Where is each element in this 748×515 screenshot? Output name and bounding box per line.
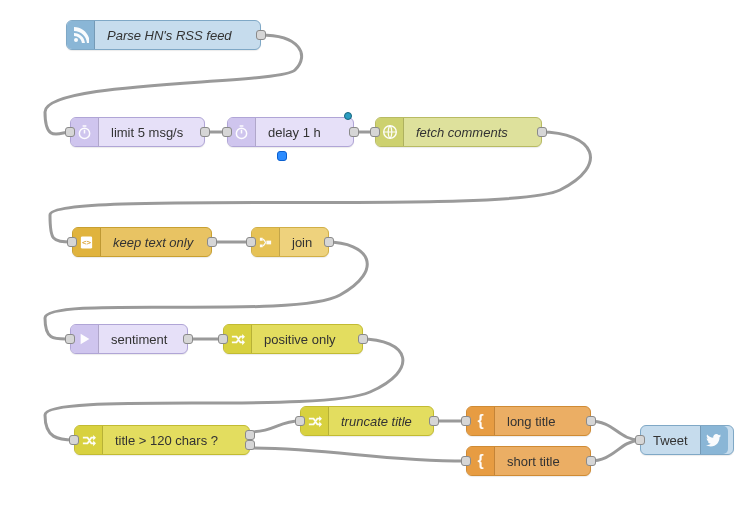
node-keep-text[interactable]: <> keep text only <box>72 227 212 257</box>
node-label: long title <box>495 407 567 435</box>
input-port[interactable] <box>65 334 75 344</box>
globe-icon <box>376 118 404 146</box>
twitter-icon <box>700 426 728 454</box>
output-port[interactable] <box>537 127 547 137</box>
timer-icon <box>71 118 99 146</box>
node-label: positive only <box>252 325 348 353</box>
input-port[interactable] <box>67 237 77 247</box>
output-port[interactable] <box>183 334 193 344</box>
node-label: limit 5 msg/s <box>99 118 195 146</box>
node-truncate-title[interactable]: truncate title <box>300 406 434 436</box>
output-port-2[interactable] <box>245 440 255 450</box>
switch-icon <box>301 407 329 435</box>
template-icon: { <box>467 407 495 435</box>
node-label: delay 1 h <box>256 118 333 146</box>
output-port[interactable] <box>324 237 334 247</box>
node-positive-only[interactable]: positive only <box>223 324 363 354</box>
output-port[interactable] <box>586 416 596 426</box>
input-port[interactable] <box>246 237 256 247</box>
output-port[interactable] <box>207 237 217 247</box>
output-port[interactable] <box>349 127 359 137</box>
output-port[interactable] <box>429 416 439 426</box>
input-port[interactable] <box>295 416 305 426</box>
input-port[interactable] <box>65 127 75 137</box>
node-short-title[interactable]: { short title <box>466 446 591 476</box>
node-label: sentiment <box>99 325 179 353</box>
input-port[interactable] <box>461 416 471 426</box>
output-port[interactable] <box>200 127 210 137</box>
template-icon: { <box>467 447 495 475</box>
input-port[interactable] <box>461 456 471 466</box>
join-icon <box>252 228 280 256</box>
node-limit[interactable]: limit 5 msg/s <box>70 117 205 147</box>
node-join[interactable]: join <box>251 227 329 257</box>
node-label: fetch comments <box>404 118 520 146</box>
node-delay[interactable]: delay 1 h <box>227 117 354 147</box>
output-port[interactable] <box>358 334 368 344</box>
node-label: join <box>280 228 324 256</box>
output-port-1[interactable] <box>245 430 255 440</box>
node-tweet[interactable]: Tweet <box>640 425 734 455</box>
output-port[interactable] <box>256 30 266 40</box>
node-label: title > 120 chars ? <box>103 426 230 454</box>
node-label: truncate title <box>329 407 424 435</box>
input-port[interactable] <box>218 334 228 344</box>
node-sentiment[interactable]: sentiment <box>70 324 188 354</box>
node-parse-rss[interactable]: Parse HN's RSS feed <box>66 20 261 50</box>
node-label: Tweet <box>641 426 700 454</box>
input-port[interactable] <box>635 435 645 445</box>
node-label: short title <box>495 447 572 475</box>
input-port[interactable] <box>222 127 232 137</box>
html-icon: <> <box>73 228 101 256</box>
rss-icon <box>67 21 95 49</box>
node-label: Parse HN's RSS feed <box>95 21 244 49</box>
node-label: keep text only <box>101 228 205 256</box>
status-dot <box>277 151 287 161</box>
timer-icon <box>228 118 256 146</box>
input-port[interactable] <box>69 435 79 445</box>
node-fetch-comments[interactable]: fetch comments <box>375 117 542 147</box>
switch-icon <box>75 426 103 454</box>
node-long-title[interactable]: { long title <box>466 406 591 436</box>
switch-icon <box>224 325 252 353</box>
input-port[interactable] <box>370 127 380 137</box>
svg-text:<>: <> <box>82 238 92 247</box>
output-port[interactable] <box>586 456 596 466</box>
node-title-check[interactable]: title > 120 chars ? <box>74 425 250 455</box>
arrow-right-icon <box>71 325 99 353</box>
status-dot <box>344 112 352 120</box>
